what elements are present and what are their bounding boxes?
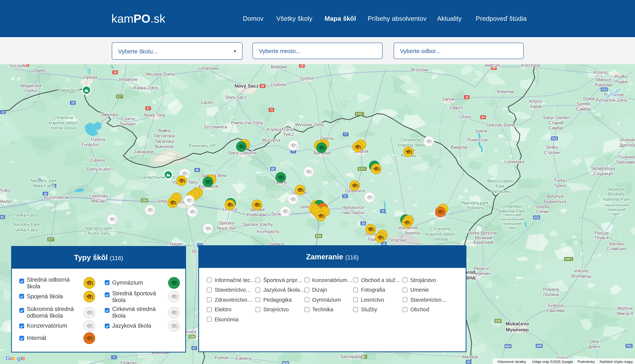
svg-text:Baligród: Baligród <box>451 145 467 150</box>
svg-text:Dlhé: Dlhé <box>590 339 599 344</box>
svg-text:Spišská: Spišská <box>219 220 234 226</box>
svg-text:25: 25 <box>467 360 470 364</box>
svg-text:Рудки: Рудки <box>615 79 627 84</box>
svg-text:Dukla: Dukla <box>583 96 595 101</box>
svg-text:Malá Fatra: Malá Fatra <box>33 183 55 188</box>
svg-text:Strážske: Strážske <box>389 238 407 242</box>
svg-text:Turka: Turka <box>554 178 565 183</box>
svg-text:Národný park: Národný park <box>462 200 489 206</box>
svg-text:Podhradie: Podhradie <box>247 212 267 217</box>
svg-text:Horná Orava: Horná Orava <box>50 126 76 130</box>
svg-text:Liptovský: Liptovský <box>90 193 108 198</box>
svg-text:природний: природний <box>503 222 521 226</box>
svg-text:Do: Do <box>192 248 198 254</box>
svg-text:77: 77 <box>344 133 347 136</box>
svg-text:Polyana: Polyana <box>543 287 559 292</box>
svg-text:Górka: Górka <box>25 88 37 93</box>
svg-text:Старий: Старий <box>548 120 563 125</box>
svg-text:Korczyna: Korczyna <box>521 64 540 68</box>
svg-text:Grybów: Grybów <box>271 82 286 87</box>
svg-text:Muszyna: Muszyna <box>262 138 280 143</box>
svg-text:Trstená: Trstená <box>90 137 105 142</box>
svg-text:E471: E471 <box>565 258 572 261</box>
svg-text:E50: E50 <box>316 234 321 238</box>
svg-text:парк...: парк... <box>611 212 622 216</box>
svg-text:Chránená: Chránená <box>401 137 420 142</box>
svg-text:Uzhanskyi: Uzhanskyi <box>501 204 522 209</box>
svg-text:Brzozów: Brzozów <box>411 67 428 72</box>
svg-text:Ustrzyki Dolne: Ustrzyki Dolne <box>487 122 515 128</box>
svg-text:Bieszczadzki: Bieszczadzki <box>487 178 513 184</box>
svg-text:Dolný Kubín: Dolný Kubín <box>87 166 111 172</box>
svg-text:75: 75 <box>270 108 273 112</box>
svg-text:національний: національний <box>500 217 524 221</box>
svg-text:Szczyrk: Szczyrk <box>10 64 26 68</box>
svg-text:Березний: Березний <box>474 240 493 245</box>
svg-text:Arłamów: Arłamów <box>497 89 514 94</box>
svg-text:Sambir: Sambir <box>576 101 590 106</box>
svg-text:Ужанський: Ужанський <box>503 212 521 217</box>
svg-text:Довге: Довге <box>588 344 600 349</box>
svg-text:H13: H13 <box>601 88 607 91</box>
svg-text:Krynica-Zdrój: Krynica-Zdrój <box>267 127 293 132</box>
svg-text:M24: M24 <box>505 345 511 348</box>
svg-text:Beskydy: Beskydy <box>608 192 625 196</box>
svg-text:krajinná oblas: krajinná oblas <box>398 142 425 148</box>
svg-text:Славсько: Славсько <box>606 246 626 251</box>
svg-text:Telgárt: Telgárt <box>169 242 183 246</box>
svg-text:E77: E77 <box>117 95 122 98</box>
svg-text:Khyriv: Khyriv <box>529 99 542 104</box>
svg-text:E50: E50 <box>142 199 147 202</box>
svg-text:Jedlicze: Jedlicze <box>484 64 500 68</box>
svg-text:Jablonka: Jablonka <box>100 112 118 117</box>
svg-text:Babia hora: Babia hora <box>58 88 80 92</box>
svg-text:Wysowa-Zdrój: Wysowa-Zdrój <box>295 122 324 127</box>
svg-text:Skhidnytsya: Skhidnytsya <box>591 166 615 171</box>
svg-text:Bukovina: Bukovina <box>155 144 173 149</box>
svg-text:Nízke Tatry: Nízke Tatry <box>88 231 110 236</box>
svg-text:Národný park: Národný park <box>31 178 57 183</box>
svg-text:18: 18 <box>382 242 386 246</box>
svg-text:Piastowe: Piastowe <box>595 82 613 88</box>
svg-text:Sanok: Sanok <box>442 96 455 102</box>
svg-text:Szczawnica: Szczawnica <box>204 124 227 129</box>
svg-text:Slavsko: Slavsko <box>609 241 624 246</box>
svg-text:природний: природний <box>607 208 626 212</box>
svg-text:78: 78 <box>71 101 75 104</box>
svg-text:Дрогобич: Дрогобич <box>619 142 635 148</box>
svg-text:Perečín: Perečín <box>474 266 489 271</box>
svg-text:National Park: National Park <box>603 197 630 202</box>
svg-text:Krompachy: Krompachy <box>257 229 279 234</box>
svg-text:68: 68 <box>271 167 275 170</box>
svg-text:Nová Ves: Nová Ves <box>217 226 236 230</box>
svg-text:Міжгір'я: Міжгір'я <box>617 311 633 316</box>
svg-text:парк: парк <box>508 226 516 230</box>
svg-text:15: 15 <box>381 210 385 213</box>
svg-text:Самбір: Самбір <box>576 106 591 112</box>
svg-text:Polańczyk: Polańczyk <box>467 137 488 142</box>
svg-text:E371: E371 <box>359 167 366 170</box>
svg-text:21: 21 <box>343 195 347 198</box>
svg-text:Перечин: Перечин <box>473 271 491 276</box>
svg-text:Ružomberok: Ružomberok <box>44 195 69 200</box>
svg-text:Węgierska: Węgierska <box>20 83 41 88</box>
svg-text:Lesko: Lesko <box>459 114 471 119</box>
svg-text:Truskavec: Truskavec <box>617 154 635 159</box>
svg-text:Rudky: Rudky <box>615 74 627 79</box>
svg-text:Плав'я: Плав'я <box>595 235 609 240</box>
svg-text:Volovec: Volovec <box>574 268 589 273</box>
svg-text:Mszana Dolna: Mszana Dolna <box>146 72 175 76</box>
svg-text:E50: E50 <box>495 320 501 323</box>
svg-text:12: 12 <box>1 110 5 114</box>
svg-text:Národný park: Národný park <box>85 226 112 230</box>
svg-text:H13: H13 <box>534 216 539 219</box>
svg-text:Lutowiska: Lutowiska <box>504 159 524 164</box>
svg-text:Spišské Vlachy: Spišské Vlachy <box>243 222 273 227</box>
svg-text:E58: E58 <box>189 335 195 338</box>
svg-text:Сянки: Сянки <box>536 209 549 214</box>
svg-text:Solina: Solina <box>475 128 487 134</box>
svg-text:Боринська: Боринська <box>544 199 566 204</box>
svg-text:Mikuláš: Mikuláš <box>91 198 106 204</box>
svg-text:Tvrdošín: Tvrdošín <box>81 142 98 147</box>
svg-text:nad Topľou: nad Topľou <box>342 210 364 215</box>
